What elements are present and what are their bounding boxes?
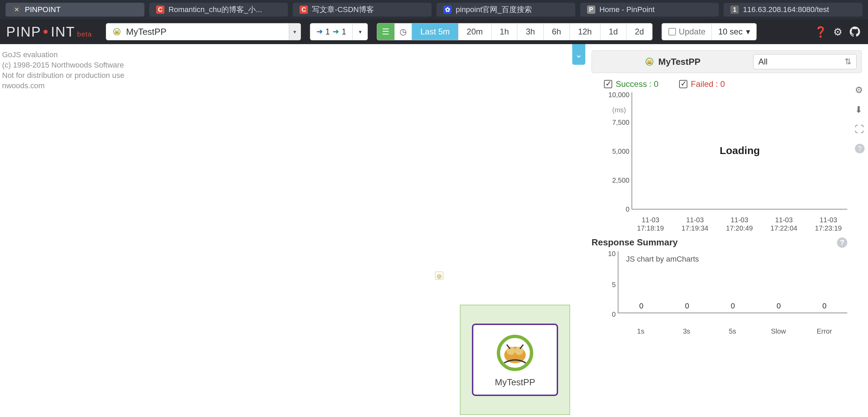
time-button[interactable]: ◷: [394, 23, 412, 40]
chevron-down-icon: ⌄: [575, 49, 583, 60]
application-select[interactable]: MyTestPP ▾: [106, 23, 301, 40]
depth-out: 1: [342, 27, 346, 37]
x-cat: Error: [801, 327, 847, 335]
checkbox-icon: [604, 80, 612, 88]
browser-tabs: ✕ PINPOINT C Romanticn_chu的博客_小... C 写文章…: [0, 0, 868, 19]
server-node[interactable]: MyTestPP: [460, 305, 570, 415]
download-icon[interactable]: ⬇: [855, 104, 865, 115]
update-group: Update 10 sec ▾: [662, 23, 757, 40]
instance-filter-select[interactable]: All ⇅: [753, 54, 857, 69]
x-tick: 11-0317:19:34: [676, 216, 714, 232]
help-icon[interactable]: ?: [837, 237, 847, 248]
response-time-chart[interactable]: 10,000 (ms) 7,500 5,000 2,500 0 Loading …: [594, 92, 847, 230]
tab-label: pinpoint官网_百度搜索: [456, 4, 532, 15]
update-label: Update: [679, 27, 705, 37]
server-map-canvas[interactable]: GoJS evaluation (c) 1998-2015 Northwoods…: [0, 44, 572, 417]
help-icon[interactable]: ❓: [814, 25, 827, 39]
gojs-watermark: GoJS evaluation (c) 1998-2015 Northwoods…: [2, 50, 124, 91]
csdn-icon: C: [300, 6, 308, 14]
pinpoint-logo: PINP•INT beta: [6, 24, 92, 40]
tab-test-endpoint[interactable]: 1 116.63.208.164:8080/test: [724, 3, 862, 17]
bar-value: 0: [822, 302, 826, 311]
range-1h[interactable]: 1h: [491, 23, 517, 40]
csdn-icon: C: [156, 6, 164, 14]
tab-label: 写文章-CSDN博客: [312, 4, 374, 15]
help-icon[interactable]: ?: [855, 144, 865, 153]
range-2d[interactable]: 2d: [626, 23, 652, 40]
depth-dropdown[interactable]: ▾: [352, 23, 367, 40]
x-cat: 1s: [618, 327, 664, 335]
tomcat-icon: [112, 28, 122, 36]
y-tick: 7,500: [592, 119, 629, 126]
tab-pinpoint-home[interactable]: P Home - PinPoint: [580, 3, 719, 17]
tab-label: Home - PinPoint: [599, 5, 655, 14]
gear-icon[interactable]: ⚙: [855, 85, 865, 95]
auto-update-toggle[interactable]: Update: [662, 23, 711, 40]
bar-value: 0: [777, 302, 781, 311]
checkbox-icon: [679, 80, 687, 88]
tab-label: 116.63.208.164:8080/test: [743, 5, 829, 14]
chevron-down-icon[interactable]: ▾: [289, 23, 301, 40]
refresh-interval-select[interactable]: 10 sec ▾: [711, 23, 756, 40]
amcharts-credit: JS chart by amCharts: [626, 255, 699, 264]
y-tick: 5,000: [592, 148, 629, 155]
x-tick: 11-0317:23:19: [809, 216, 847, 232]
node-label: MyTestPP: [495, 377, 535, 388]
bar-value: 0: [731, 302, 735, 311]
bar-value: 0: [639, 302, 643, 311]
list-view-button[interactable]: ☰: [377, 23, 394, 40]
select-arrows-icon: ⇅: [845, 57, 851, 67]
bar-value: 0: [685, 302, 689, 311]
y-tick: 0: [592, 205, 629, 213]
range-1d[interactable]: 1d: [600, 23, 626, 40]
tab-csdn-blog-1[interactable]: C Romanticn_chu的博客_小...: [149, 3, 288, 17]
x-cat: Slow: [756, 327, 801, 335]
checkbox-icon: [668, 28, 676, 35]
depth-control: ➔ 1 ➔ 1 ▾: [310, 23, 368, 40]
filter-value: All: [758, 57, 768, 67]
fullscreen-icon[interactable]: ⛶: [855, 124, 865, 135]
tomcat-icon: [644, 57, 655, 66]
panel-collapse-handle[interactable]: ⌄: [572, 44, 585, 417]
depth-display: ➔ 1 ➔ 1: [310, 23, 353, 40]
y-tick: 10,000: [592, 91, 629, 99]
gear-icon[interactable]: ⚙: [831, 25, 845, 39]
beta-label: beta: [77, 30, 92, 38]
tomcat-icon: [494, 332, 536, 374]
pinpoint-icon: P: [587, 6, 595, 14]
close-icon[interactable]: ✕: [12, 6, 21, 14]
response-summary-chart[interactable]: 10 5 0 JS chart by amCharts 0 0 0 0 0 1s…: [594, 251, 847, 334]
baidu-icon: ✿: [443, 6, 452, 14]
x-tick: 11-0317:22:04: [765, 216, 803, 232]
panel-title-text: MyTestPP: [658, 57, 700, 67]
x-cat: 5s: [709, 327, 755, 335]
x-tick: 11-0317:20:49: [720, 216, 758, 232]
failed-toggle[interactable]: Failed : 0: [679, 79, 725, 89]
range-last5m[interactable]: Last 5m: [412, 23, 458, 40]
y-tick: 0: [592, 311, 616, 318]
tab-pinpoint[interactable]: ✕ PINPOINT: [6, 3, 144, 17]
panel-header: MyTestPP All ⇅: [592, 50, 862, 73]
time-range-group: ☰ ◷ Last 5m 20m 1h 3h 6h 12h 1d 2d: [377, 23, 653, 40]
range-20m[interactable]: 20m: [458, 23, 491, 40]
success-toggle[interactable]: Success : 0: [604, 79, 658, 89]
tab-label: PINPOINT: [25, 5, 61, 14]
logo-text-1: PINP: [6, 24, 41, 40]
range-6h[interactable]: 6h: [543, 23, 569, 40]
y-tick: 2,500: [592, 176, 629, 184]
y-unit: (ms): [612, 106, 626, 114]
depth-in: 1: [325, 27, 330, 37]
tab-baidu-search[interactable]: ✿ pinpoint官网_百度搜索: [436, 3, 575, 17]
chevron-down-icon: ▾: [746, 27, 750, 37]
details-panel: ⚙ ⬇ ⛶ ? MyTestPP All ⇅ Success : 0 Faile…: [585, 44, 868, 417]
range-12h[interactable]: 12h: [569, 23, 600, 40]
x-tick: 11-0317:18:19: [632, 216, 669, 232]
arrow-right-icon: ➔: [316, 27, 323, 36]
range-3h[interactable]: 3h: [517, 23, 543, 40]
github-icon[interactable]: [848, 25, 862, 39]
y-tick: 10: [592, 250, 616, 258]
tab-label: Romanticn_chu的博客_小...: [169, 4, 262, 15]
y-tick: 5: [592, 281, 616, 289]
app-toolbar: PINP•INT beta MyTestPP ▾ ➔ 1 ➔ 1 ▾ ☰ ◷ L…: [0, 19, 868, 44]
tab-csdn-blog-2[interactable]: C 写文章-CSDN博客: [293, 3, 432, 17]
